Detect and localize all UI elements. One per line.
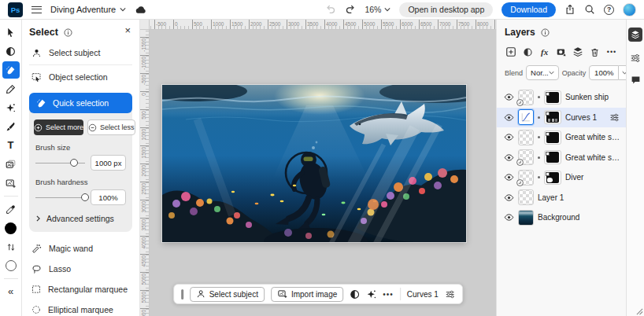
layer-thumbnail[interactable] (518, 90, 534, 105)
layers-more-options-button[interactable]: ••• (605, 46, 618, 58)
brush-select-white-icon (6, 65, 16, 75)
layer-row-layer-1[interactable]: Layer 1 (497, 188, 626, 208)
brush-tool[interactable] (2, 118, 20, 135)
collapse-toolbar[interactable]: « (2, 283, 20, 300)
layer-thumbnail[interactable] (518, 189, 534, 205)
adjustment-layer-button[interactable] (521, 46, 534, 58)
layer-row-sunken-ship[interactable]: Sunken ship (497, 87, 626, 108)
layer-thumbnail[interactable] (518, 170, 534, 186)
comments-panel-tab[interactable] (631, 75, 641, 85)
type-tool[interactable]: T (2, 137, 20, 154)
close-icon[interactable]: × (124, 25, 131, 35)
select-item-lasso[interactable]: Lasso (29, 259, 132, 279)
zoom-control[interactable]: 16% (365, 5, 390, 14)
more-options-icon[interactable]: ••• (383, 290, 394, 299)
select-less-button[interactable]: Select less (87, 119, 135, 135)
contextual-taskbar: Select subject Import image ••• Curves 1 (173, 284, 463, 304)
brush-size-knob[interactable] (70, 159, 78, 167)
eye-icon[interactable] (504, 132, 514, 142)
brush-hardness-knob[interactable] (81, 193, 89, 201)
foreground-color-swatch[interactable] (2, 219, 20, 237)
redo-icon[interactable] (345, 4, 356, 15)
canvas-image[interactable] (162, 85, 466, 242)
layers-panel-tab[interactable] (628, 28, 642, 42)
download-button[interactable]: Download (502, 2, 556, 17)
layer-mask-button[interactable] (555, 46, 568, 58)
generative-fill-tool[interactable] (2, 99, 20, 116)
photoshop-logo[interactable]: Ps (8, 2, 23, 17)
layer-mask-thumbnail[interactable] (544, 110, 561, 124)
layer-thumbnail[interactable] (518, 210, 534, 226)
info-icon[interactable] (64, 28, 72, 37)
quick-selection-item[interactable]: Quick selection (29, 93, 132, 113)
brush-hardness-slider[interactable] (35, 193, 85, 203)
select-item-elliptical-marquee[interactable]: Elliptical marquee (29, 299, 132, 316)
brush-hardness-value[interactable]: 100% (91, 189, 126, 205)
add-image-tool[interactable] (2, 175, 20, 192)
select-subject-button[interactable]: Select subject (190, 287, 265, 302)
opacity-value[interactable]: 100% (589, 65, 619, 80)
layer-mask-thumbnail[interactable] (544, 90, 561, 105)
layer-mask-thumbnail[interactable] (544, 150, 561, 164)
add-layer-button[interactable] (505, 46, 517, 58)
layer-row-background[interactable]: Background (497, 208, 626, 228)
eye-icon[interactable] (504, 152, 514, 163)
help-icon[interactable]: ? (604, 5, 614, 15)
open-in-desktop-button[interactable]: Open in desktop app (399, 2, 493, 17)
share-icon[interactable] (564, 4, 576, 15)
shapes-tool[interactable] (2, 156, 20, 173)
layer-row-curves-1[interactable]: Curves 1 (497, 108, 626, 128)
swap-colors[interactable] (2, 238, 20, 255)
layer-mask-thumbnail[interactable] (544, 130, 561, 145)
move-tool[interactable] (2, 24, 20, 41)
select-item-rectangular-marquee[interactable]: Rectangular marquee (29, 279, 132, 299)
select-more-button[interactable]: Select more (34, 119, 83, 135)
quick-selection-tool[interactable] (2, 61, 20, 79)
adjustments-panel-tab[interactable] (630, 53, 641, 64)
search-icon[interactable] (584, 4, 595, 15)
background-color-swatch[interactable] (2, 257, 20, 274)
brush-size-value[interactable]: 1000 px (91, 155, 126, 171)
ruler-label: 4000 (326, 21, 337, 27)
advanced-settings-toggle[interactable]: Advanced settings (29, 206, 132, 232)
adjustment-icon[interactable] (350, 289, 360, 299)
eye-icon[interactable] (504, 172, 514, 182)
layer-row-diver[interactable]: Diver (497, 167, 626, 188)
layer-settings-icon[interactable] (609, 112, 620, 123)
eye-icon[interactable] (504, 112, 514, 123)
window-resize-handle[interactable] (636, 308, 643, 315)
layer-thumbnail[interactable] (518, 149, 534, 165)
adjustment-tool[interactable] (2, 42, 20, 60)
eye-icon[interactable] (504, 212, 514, 222)
eye-icon[interactable] (504, 92, 514, 102)
cloud-sync-icon[interactable] (135, 5, 147, 14)
avatar[interactable] (623, 3, 636, 17)
layer-row-great-white-shark[interactable]: Great white shark (497, 148, 626, 168)
select-item-object-selection[interactable]: Object selection (29, 67, 132, 87)
select-item-select-subject[interactable]: Select subject (29, 42, 132, 63)
brush-size-slider[interactable] (35, 158, 85, 168)
opacity-control[interactable]: 100% (589, 65, 631, 80)
layer-thumbnail[interactable] (518, 130, 534, 145)
select-item-magic-wand[interactable]: Magic wand (29, 238, 132, 259)
document-title[interactable]: Diving Adventure (50, 5, 126, 14)
layer-row-great-white-shark-co[interactable]: Great white shark co... (497, 127, 626, 148)
curves-adjustment-thumbnail[interactable] (518, 109, 534, 125)
brush-size-row: 1000 px (29, 154, 132, 171)
eyedropper-tool[interactable] (2, 200, 20, 218)
layer-properties-icon[interactable] (445, 289, 455, 299)
eye-icon[interactable] (504, 193, 514, 203)
taskbar-drag-handle[interactable] (181, 289, 183, 299)
blend-mode-select[interactable]: Nor... (526, 65, 559, 80)
delete-layer-button[interactable] (589, 46, 601, 58)
healing-brush-tool[interactable] (2, 80, 20, 97)
canvas-area[interactable]: -500050010001500200025003000350040004500… (140, 20, 496, 316)
info-icon[interactable] (541, 28, 550, 37)
undo-icon[interactable] (325, 4, 336, 15)
layer-effects-button[interactable]: fx (539, 46, 551, 58)
hamburger-menu-icon[interactable] (31, 6, 42, 13)
generative-sparkle-icon[interactable] (366, 289, 376, 299)
import-image-button[interactable]: Import image (271, 287, 343, 302)
group-layers-button[interactable] (572, 46, 584, 58)
layer-mask-thumbnail[interactable] (544, 171, 561, 185)
